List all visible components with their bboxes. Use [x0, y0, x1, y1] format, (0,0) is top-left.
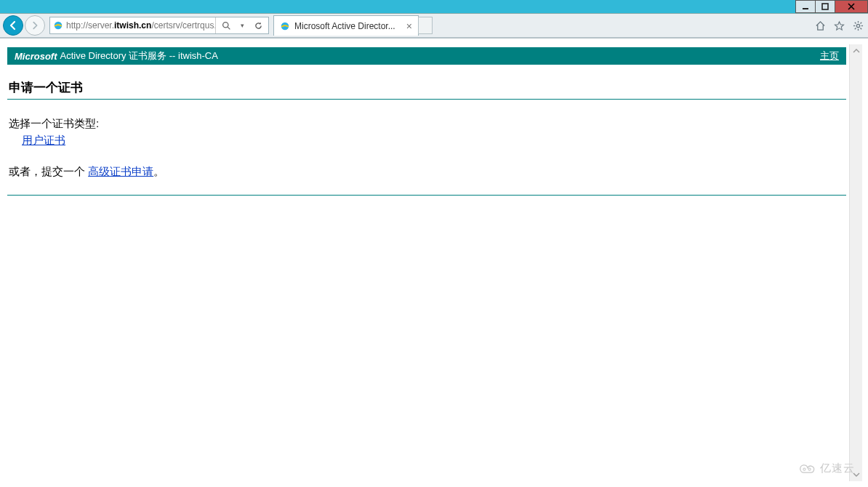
advanced-request-link[interactable]: 高级证书申请: [88, 165, 153, 177]
vertical-scrollbar[interactable]: [849, 44, 862, 481]
search-icon[interactable]: [220, 20, 232, 31]
minimize-button[interactable]: [795, 0, 816, 13]
brand-label: Microsoft: [15, 51, 57, 62]
svg-point-8: [856, 24, 859, 27]
advanced-section: 或者，提交一个 高级证书申请。: [7, 165, 846, 179]
service-banner: Microsoft Active Directory 证书服务 -- itwis…: [7, 47, 846, 65]
service-label: Active Directory 证书服务 -- itwish-CA: [60, 49, 218, 63]
svg-point-17: [803, 468, 805, 470]
refresh-icon[interactable]: [252, 20, 264, 31]
home-icon[interactable]: [814, 20, 826, 31]
site-icon: [53, 20, 63, 31]
svg-line-16: [860, 22, 861, 23]
close-button[interactable]: [835, 0, 868, 13]
main-content: 申请一个证书 选择一个证书类型: 用户证书 或者，提交一个 高级证书申请。: [7, 79, 846, 196]
svg-point-18: [808, 468, 811, 470]
watermark: 亿速云: [798, 462, 855, 475]
svg-rect-0: [803, 8, 808, 9]
address-bar[interactable]: http://server.itwish.cn/certsrv/certrqus…: [49, 17, 269, 34]
svg-line-13: [854, 22, 856, 23]
page-viewport: Microsoft Active Directory 证书服务 -- itwis…: [0, 38, 868, 487]
address-url: http://server.itwish.cn/certsrv/certrqus…: [66, 20, 215, 31]
divider: [7, 195, 846, 196]
forward-button[interactable]: [25, 15, 45, 36]
home-link[interactable]: 主页: [820, 49, 839, 63]
back-button[interactable]: [3, 15, 23, 36]
or-suffix: 。: [153, 165, 164, 177]
svg-line-6: [228, 27, 230, 29]
user-cert-link[interactable]: 用户证书: [22, 134, 65, 148]
dropdown-icon[interactable]: ▾: [236, 20, 248, 31]
page-title: 申请一个证书: [7, 79, 846, 100]
tab-title: Microsoft Active Director...: [294, 21, 402, 31]
favorites-icon[interactable]: [833, 20, 845, 31]
browser-navbar: http://server.itwish.cn/certsrv/certrqus…: [0, 13, 868, 38]
cert-type-section: 选择一个证书类型: 用户证书: [7, 117, 846, 148]
svg-rect-1: [822, 4, 828, 9]
browser-tab[interactable]: Microsoft Active Director... ×: [273, 15, 419, 36]
settings-icon[interactable]: [852, 20, 864, 31]
svg-line-15: [854, 28, 856, 29]
new-tab-button[interactable]: [418, 17, 433, 34]
scroll-up-icon[interactable]: [850, 44, 862, 57]
tab-close-icon[interactable]: ×: [406, 20, 412, 32]
ie-icon: [280, 21, 290, 31]
or-prefix: 或者，提交一个: [9, 165, 88, 177]
svg-line-14: [860, 28, 861, 29]
svg-point-5: [222, 22, 228, 27]
maximize-button[interactable]: [815, 0, 835, 13]
select-label: 选择一个证书类型:: [9, 117, 846, 131]
window-title-bar: [0, 0, 868, 13]
